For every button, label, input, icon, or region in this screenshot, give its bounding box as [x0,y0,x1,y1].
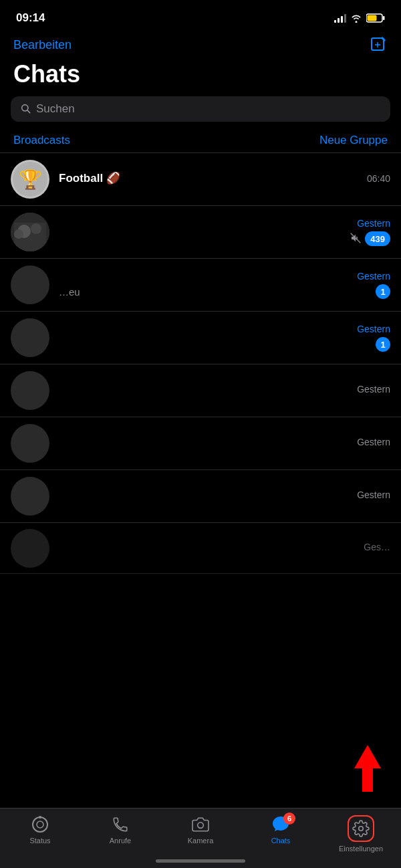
page-title: Chats [0,60,401,96]
svg-rect-2 [368,15,377,21]
search-container: Suchen [0,96,401,131]
avatar-5 [11,371,49,410]
chat-content-6: Gestern [59,437,390,450]
chat-item-5[interactable]: Gestern [0,364,401,417]
search-placeholder: Suchen [36,102,75,116]
chat-item-2[interactable]: Gestern 439 [0,206,401,259]
chat-header-6: Gestern [59,437,390,447]
chat-time-6: Gestern [357,437,390,447]
chat-item-7[interactable]: Gestern [0,470,401,523]
status-icons [334,13,385,23]
tab-item-status[interactable]: Status [0,815,80,845]
chat-header-8: Ges… [59,542,390,552]
avatar-football: 🏆 [11,160,49,199]
chats-badge: 6 [283,812,295,825]
battery-icon [366,13,385,23]
chat-name-football: Football 🏈 [59,171,120,185]
avatar-7 [11,477,49,516]
chat-item-6[interactable]: Gestern [0,417,401,470]
chats-tab-icon: 6 [271,815,290,834]
svg-line-5 [27,110,30,113]
svg-point-15 [33,817,47,832]
svg-point-17 [39,816,41,819]
svg-text:🏆: 🏆 [19,169,42,191]
chat-header-7: Gestern [59,490,390,500]
chat-header-football: Football 🏈 06:40 [59,171,390,185]
search-icon [20,103,31,116]
chat-time-football: 06:40 [367,173,390,184]
home-indicator [156,859,245,863]
chat-meta-2: 439 [59,231,390,246]
badge-4: 1 [376,337,390,352]
chat-time-7: Gestern [357,490,390,500]
settings-highlight-box [348,815,374,842]
chat-time-8: Ges… [364,542,390,552]
tab-label-anrufe: Anrufe [110,837,131,845]
chat-item-3[interactable]: Gestern …eu 1 [0,259,401,312]
chat-content-4: Gestern 1 [59,324,390,352]
tab-label-einstellungen: Einstellungen [339,845,383,853]
mute-icon-2 [350,233,361,245]
chat-item-8[interactable]: Ges… [0,523,401,574]
tab-item-kamera[interactable]: Kamera [160,815,241,845]
settings-tab-icon [352,819,370,838]
avatar-6 [11,424,49,463]
chat-list: 🏆 Football 🏈 06:40 Gestern [0,153,401,574]
tab-label-kamera: Kamera [188,837,214,845]
avatar-4 [11,318,49,357]
chat-content-3: Gestern …eu 1 [59,271,390,299]
chat-header-4: Gestern [59,324,390,334]
status-bar: 09:14 [0,0,401,32]
avatar-3 [11,265,49,304]
chat-time-2: Gestern [357,218,390,229]
links-row: Broadcasts Neue Gruppe [0,131,401,153]
chat-item-football[interactable]: 🏆 Football 🏈 06:40 [0,153,401,206]
chat-time-5: Gestern [357,384,390,395]
chat-item-4[interactable]: Gestern 1 [0,312,401,364]
signal-bars-icon [334,13,346,23]
badge-2: 439 [365,231,390,246]
top-nav: Bearbeiten [0,32,401,60]
camera-tab-icon [191,815,210,834]
chat-content-7: Gestern [59,490,390,503]
broadcasts-button[interactable]: Broadcasts [13,134,70,147]
new-group-button[interactable]: Neue Gruppe [319,134,388,147]
svg-point-11 [31,223,41,234]
svg-point-16 [37,821,43,828]
avatar-2 [11,213,49,251]
chat-header-3: Gestern [59,271,390,282]
chat-content-5: Gestern [59,384,390,397]
edit-button[interactable]: Bearbeiten [13,38,72,52]
search-bar[interactable]: Suchen [11,96,390,122]
tab-item-chats[interactable]: 6 Chats [241,815,321,845]
avatar-8 [11,529,49,568]
chat-content-8: Ges… [59,542,390,555]
status-time: 09:14 [16,11,45,25]
chat-time-3: Gestern [357,271,390,282]
chat-content-football: Football 🏈 06:40 [59,171,390,188]
chat-content-2: Gestern 439 [59,218,390,246]
badge-3: 1 [376,284,390,299]
arrow-indicator [348,745,388,794]
svg-rect-1 [383,16,385,20]
status-tab-icon [31,815,49,834]
new-chat-icon[interactable] [370,36,388,53]
tab-label-chats: Chats [271,837,291,845]
chat-header-2: Gestern [59,218,390,229]
chat-header-5: Gestern [59,384,390,395]
svg-marker-14 [354,745,381,792]
svg-point-18 [198,823,204,829]
tab-label-status: Status [29,837,50,845]
svg-point-12 [14,229,23,239]
chat-preview-3: …eu [59,286,80,298]
wifi-icon [350,13,362,23]
calls-tab-icon [111,815,130,834]
svg-point-19 [359,827,364,831]
tab-item-anrufe[interactable]: Anrufe [80,815,160,845]
chat-time-4: Gestern [357,324,390,334]
tab-item-einstellungen[interactable]: Einstellungen [321,815,401,853]
